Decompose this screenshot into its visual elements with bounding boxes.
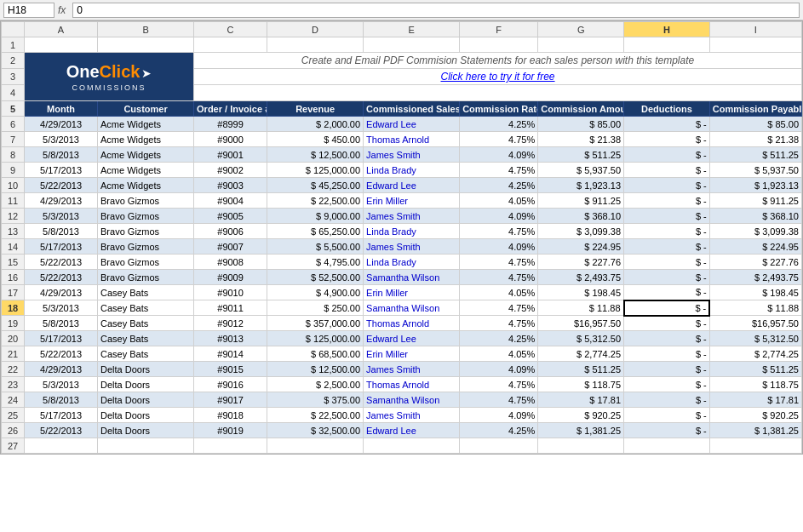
cell-deductions[interactable]: $ - xyxy=(624,285,710,300)
cell-salesperson[interactable]: James Smith xyxy=(364,147,460,163)
cell-rate[interactable]: 4.09% xyxy=(460,408,538,423)
cell-rate[interactable]: 4.25% xyxy=(460,423,538,438)
cell-payable[interactable]: $ 118.75 xyxy=(709,377,801,392)
cell-month[interactable]: 5/17/2013 xyxy=(25,331,98,346)
cell-revenue[interactable]: $ 4,900.00 xyxy=(267,285,364,300)
cell-customer[interactable]: Delta Doors xyxy=(98,408,194,423)
cell-salesperson[interactable]: Thomas Arnold xyxy=(364,316,460,331)
col-i-header[interactable]: I xyxy=(709,22,801,37)
cell-rate[interactable]: 4.75% xyxy=(460,224,538,239)
cell-month[interactable]: 5/22/2013 xyxy=(25,423,98,438)
cell-payable[interactable]: $ 227.76 xyxy=(709,255,801,270)
cell-customer[interactable]: Acme Widgets xyxy=(98,147,194,163)
cell-order[interactable]: #9015 xyxy=(194,362,267,377)
cell-salesperson[interactable]: James Smith xyxy=(364,362,460,377)
cell-revenue[interactable]: $ 45,250.00 xyxy=(267,178,364,193)
cell-month[interactable]: 5/17/2013 xyxy=(25,239,98,255)
cell-amount[interactable]: $ 920.25 xyxy=(538,408,624,423)
cell-order[interactable]: #9005 xyxy=(194,209,267,224)
cell-customer[interactable]: Casey Bats xyxy=(98,300,194,316)
cell-salesperson[interactable]: Linda Brady xyxy=(364,224,460,239)
cell-customer[interactable]: Bravo Gizmos xyxy=(98,239,194,255)
cell-rate[interactable] xyxy=(460,438,538,454)
cell-order[interactable]: #9000 xyxy=(194,132,267,147)
cell-amount[interactable]: $ 3,099.38 xyxy=(538,224,624,239)
cell-amount[interactable]: $ 911.25 xyxy=(538,193,624,209)
cell-amount[interactable]: $ 198.45 xyxy=(538,285,624,300)
cell-deductions[interactable]: $ - xyxy=(624,117,710,132)
col-a-header[interactable]: A xyxy=(25,22,98,37)
cell-revenue[interactable]: $ 125,000.00 xyxy=(267,331,364,346)
formula-input[interactable]: 0 xyxy=(72,3,800,18)
cell-customer[interactable]: Bravo Gizmos xyxy=(98,255,194,270)
cell-salesperson[interactable]: Edward Lee xyxy=(364,178,460,193)
cell-rate[interactable]: 4.25% xyxy=(460,178,538,193)
cell-order[interactable]: #9004 xyxy=(194,193,267,209)
cell-rate[interactable]: 4.09% xyxy=(460,209,538,224)
cell-rate[interactable]: 4.75% xyxy=(460,392,538,408)
cell-order[interactable]: #9013 xyxy=(194,331,267,346)
cell-a1[interactable] xyxy=(25,37,98,53)
cell-payable[interactable]: $ 911.25 xyxy=(709,193,801,209)
cell-customer[interactable]: Delta Doors xyxy=(98,377,194,392)
cell-order[interactable]: #9016 xyxy=(194,377,267,392)
cell-rate[interactable]: 4.05% xyxy=(460,285,538,300)
cell-customer[interactable]: Casey Bats xyxy=(98,331,194,346)
cell-salesperson[interactable] xyxy=(364,438,460,454)
cell-amount[interactable]: $ 11.88 xyxy=(538,300,624,316)
cell-deductions[interactable]: $ - xyxy=(624,147,710,163)
cell-customer[interactable]: Casey Bats xyxy=(98,346,194,362)
cell-deductions[interactable]: $ - xyxy=(624,270,710,285)
cell-month[interactable]: 5/22/2013 xyxy=(25,178,98,193)
cell-c1[interactable] xyxy=(194,37,267,53)
cell-payable[interactable]: $ 224.95 xyxy=(709,239,801,255)
cell-payable[interactable]: $ 368.10 xyxy=(709,209,801,224)
cell-revenue[interactable]: $ 9,000.00 xyxy=(267,209,364,224)
cell-customer[interactable]: Acme Widgets xyxy=(98,132,194,147)
cell-amount[interactable] xyxy=(538,438,624,454)
cell-month[interactable]: 5/8/2013 xyxy=(25,316,98,331)
cell-revenue[interactable] xyxy=(267,438,364,454)
cell-revenue[interactable]: $ 22,500.00 xyxy=(267,408,364,423)
cell-revenue[interactable]: $ 68,500.00 xyxy=(267,346,364,362)
cell-month[interactable]: 5/3/2013 xyxy=(25,377,98,392)
cell-rate[interactable]: 4.05% xyxy=(460,193,538,209)
col-f-header[interactable]: F xyxy=(460,22,538,37)
cell-order[interactable]: #9008 xyxy=(194,255,267,270)
cell-amount[interactable]: $ 227.76 xyxy=(538,255,624,270)
cell-salesperson[interactable]: Erin Miller xyxy=(364,285,460,300)
cell-month[interactable]: 5/22/2013 xyxy=(25,346,98,362)
cell-rate[interactable]: 4.75% xyxy=(460,132,538,147)
cell-amount[interactable]: $ 1,923.13 xyxy=(538,178,624,193)
cell-revenue[interactable]: $ 125,000.00 xyxy=(267,163,364,178)
cell-month[interactable]: 5/3/2013 xyxy=(25,209,98,224)
cell-g1[interactable] xyxy=(538,37,624,53)
cell-payable[interactable]: $ 198.45 xyxy=(709,285,801,300)
cell-revenue[interactable]: $ 4,795.00 xyxy=(267,255,364,270)
cell-revenue[interactable]: $ 2,000.00 xyxy=(267,117,364,132)
cell-deductions[interactable]: $ - xyxy=(624,209,710,224)
cell-order[interactable]: #8999 xyxy=(194,117,267,132)
cell-month[interactable]: 4/29/2013 xyxy=(25,362,98,377)
cell-amount[interactable]: $ 21.38 xyxy=(538,132,624,147)
cell-salesperson[interactable]: Erin Miller xyxy=(364,193,460,209)
cell-order[interactable]: #9003 xyxy=(194,178,267,193)
col-c-header[interactable]: C xyxy=(194,22,267,37)
cell-revenue[interactable]: $ 22,500.00 xyxy=(267,193,364,209)
cell-amount[interactable]: $ 5,937.50 xyxy=(538,163,624,178)
cell-payable[interactable]: $ 3,099.38 xyxy=(709,224,801,239)
cell-order[interactable]: #9006 xyxy=(194,224,267,239)
cell-i1[interactable] xyxy=(709,37,801,53)
cell-amount[interactable]: $ 2,774.25 xyxy=(538,346,624,362)
cell-payable[interactable]: $ 17.81 xyxy=(709,392,801,408)
cell-payable[interactable]: $ 511.25 xyxy=(709,147,801,163)
cell-rate[interactable]: 4.75% xyxy=(460,163,538,178)
cell-salesperson[interactable]: Linda Brady xyxy=(364,255,460,270)
cell-salesperson[interactable]: Samantha Wilson xyxy=(364,300,460,316)
cell-rate[interactable]: 4.75% xyxy=(460,270,538,285)
cell-amount[interactable]: $ 1,381.25 xyxy=(538,423,624,438)
cell-rate[interactable]: 4.09% xyxy=(460,147,538,163)
cell-rate[interactable]: 4.75% xyxy=(460,377,538,392)
cell-salesperson[interactable]: Edward Lee xyxy=(364,423,460,438)
cell-month[interactable]: 4/29/2013 xyxy=(25,285,98,300)
